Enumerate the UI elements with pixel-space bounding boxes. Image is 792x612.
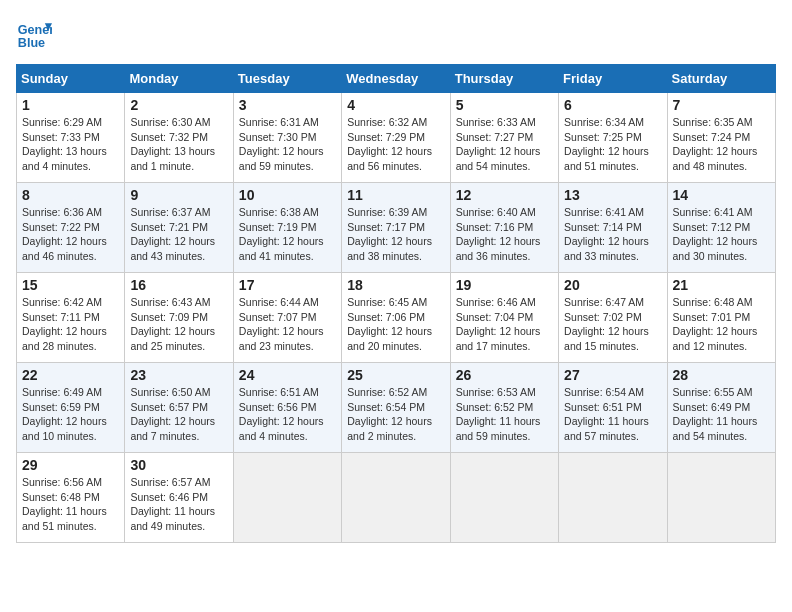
day-info: Sunrise: 6:43 AM Sunset: 7:09 PM Dayligh… (130, 295, 227, 354)
calendar-week-3: 15Sunrise: 6:42 AM Sunset: 7:11 PM Dayli… (17, 273, 776, 363)
days-header-row: SundayMondayTuesdayWednesdayThursdayFrid… (17, 65, 776, 93)
day-info: Sunrise: 6:49 AM Sunset: 6:59 PM Dayligh… (22, 385, 119, 444)
day-number: 29 (22, 457, 119, 473)
calendar-cell: 6Sunrise: 6:34 AM Sunset: 7:25 PM Daylig… (559, 93, 667, 183)
calendar-cell: 5Sunrise: 6:33 AM Sunset: 7:27 PM Daylig… (450, 93, 558, 183)
day-number: 1 (22, 97, 119, 113)
day-info: Sunrise: 6:46 AM Sunset: 7:04 PM Dayligh… (456, 295, 553, 354)
calendar-cell: 3Sunrise: 6:31 AM Sunset: 7:30 PM Daylig… (233, 93, 341, 183)
calendar-cell: 21Sunrise: 6:48 AM Sunset: 7:01 PM Dayli… (667, 273, 775, 363)
day-header-saturday: Saturday (667, 65, 775, 93)
page-header: General Blue (16, 16, 776, 52)
calendar-cell (233, 453, 341, 543)
day-info: Sunrise: 6:45 AM Sunset: 7:06 PM Dayligh… (347, 295, 444, 354)
calendar-cell: 24Sunrise: 6:51 AM Sunset: 6:56 PM Dayli… (233, 363, 341, 453)
day-number: 13 (564, 187, 661, 203)
calendar-cell: 16Sunrise: 6:43 AM Sunset: 7:09 PM Dayli… (125, 273, 233, 363)
calendar-week-4: 22Sunrise: 6:49 AM Sunset: 6:59 PM Dayli… (17, 363, 776, 453)
day-info: Sunrise: 6:31 AM Sunset: 7:30 PM Dayligh… (239, 115, 336, 174)
day-info: Sunrise: 6:44 AM Sunset: 7:07 PM Dayligh… (239, 295, 336, 354)
calendar-cell: 19Sunrise: 6:46 AM Sunset: 7:04 PM Dayli… (450, 273, 558, 363)
calendar-cell: 28Sunrise: 6:55 AM Sunset: 6:49 PM Dayli… (667, 363, 775, 453)
calendar-cell: 22Sunrise: 6:49 AM Sunset: 6:59 PM Dayli… (17, 363, 125, 453)
calendar-cell (450, 453, 558, 543)
day-number: 12 (456, 187, 553, 203)
calendar-cell: 14Sunrise: 6:41 AM Sunset: 7:12 PM Dayli… (667, 183, 775, 273)
calendar-cell: 10Sunrise: 6:38 AM Sunset: 7:19 PM Dayli… (233, 183, 341, 273)
day-number: 26 (456, 367, 553, 383)
day-number: 4 (347, 97, 444, 113)
calendar-week-5: 29Sunrise: 6:56 AM Sunset: 6:48 PM Dayli… (17, 453, 776, 543)
day-info: Sunrise: 6:39 AM Sunset: 7:17 PM Dayligh… (347, 205, 444, 264)
day-info: Sunrise: 6:51 AM Sunset: 6:56 PM Dayligh… (239, 385, 336, 444)
calendar-cell: 15Sunrise: 6:42 AM Sunset: 7:11 PM Dayli… (17, 273, 125, 363)
day-info: Sunrise: 6:42 AM Sunset: 7:11 PM Dayligh… (22, 295, 119, 354)
calendar-cell: 25Sunrise: 6:52 AM Sunset: 6:54 PM Dayli… (342, 363, 450, 453)
day-number: 16 (130, 277, 227, 293)
day-number: 6 (564, 97, 661, 113)
day-number: 30 (130, 457, 227, 473)
calendar-cell: 18Sunrise: 6:45 AM Sunset: 7:06 PM Dayli… (342, 273, 450, 363)
day-info: Sunrise: 6:50 AM Sunset: 6:57 PM Dayligh… (130, 385, 227, 444)
day-number: 5 (456, 97, 553, 113)
day-info: Sunrise: 6:47 AM Sunset: 7:02 PM Dayligh… (564, 295, 661, 354)
day-info: Sunrise: 6:37 AM Sunset: 7:21 PM Dayligh… (130, 205, 227, 264)
day-info: Sunrise: 6:57 AM Sunset: 6:46 PM Dayligh… (130, 475, 227, 534)
calendar-table: SundayMondayTuesdayWednesdayThursdayFrid… (16, 64, 776, 543)
calendar-cell: 20Sunrise: 6:47 AM Sunset: 7:02 PM Dayli… (559, 273, 667, 363)
day-info: Sunrise: 6:34 AM Sunset: 7:25 PM Dayligh… (564, 115, 661, 174)
day-header-wednesday: Wednesday (342, 65, 450, 93)
calendar-cell: 2Sunrise: 6:30 AM Sunset: 7:32 PM Daylig… (125, 93, 233, 183)
day-header-tuesday: Tuesday (233, 65, 341, 93)
day-info: Sunrise: 6:48 AM Sunset: 7:01 PM Dayligh… (673, 295, 770, 354)
day-header-friday: Friday (559, 65, 667, 93)
logo: General Blue (16, 16, 52, 52)
calendar-cell: 23Sunrise: 6:50 AM Sunset: 6:57 PM Dayli… (125, 363, 233, 453)
day-info: Sunrise: 6:30 AM Sunset: 7:32 PM Dayligh… (130, 115, 227, 174)
day-header-thursday: Thursday (450, 65, 558, 93)
day-number: 3 (239, 97, 336, 113)
calendar-cell: 12Sunrise: 6:40 AM Sunset: 7:16 PM Dayli… (450, 183, 558, 273)
logo-icon: General Blue (16, 16, 52, 52)
day-number: 8 (22, 187, 119, 203)
calendar-cell: 4Sunrise: 6:32 AM Sunset: 7:29 PM Daylig… (342, 93, 450, 183)
day-number: 25 (347, 367, 444, 383)
day-info: Sunrise: 6:38 AM Sunset: 7:19 PM Dayligh… (239, 205, 336, 264)
calendar-cell: 11Sunrise: 6:39 AM Sunset: 7:17 PM Dayli… (342, 183, 450, 273)
day-info: Sunrise: 6:29 AM Sunset: 7:33 PM Dayligh… (22, 115, 119, 174)
day-info: Sunrise: 6:52 AM Sunset: 6:54 PM Dayligh… (347, 385, 444, 444)
day-number: 27 (564, 367, 661, 383)
day-number: 7 (673, 97, 770, 113)
day-info: Sunrise: 6:55 AM Sunset: 6:49 PM Dayligh… (673, 385, 770, 444)
calendar-cell: 29Sunrise: 6:56 AM Sunset: 6:48 PM Dayli… (17, 453, 125, 543)
day-info: Sunrise: 6:41 AM Sunset: 7:12 PM Dayligh… (673, 205, 770, 264)
day-info: Sunrise: 6:32 AM Sunset: 7:29 PM Dayligh… (347, 115, 444, 174)
day-info: Sunrise: 6:54 AM Sunset: 6:51 PM Dayligh… (564, 385, 661, 444)
calendar-cell: 13Sunrise: 6:41 AM Sunset: 7:14 PM Dayli… (559, 183, 667, 273)
calendar-cell: 9Sunrise: 6:37 AM Sunset: 7:21 PM Daylig… (125, 183, 233, 273)
day-number: 21 (673, 277, 770, 293)
day-info: Sunrise: 6:36 AM Sunset: 7:22 PM Dayligh… (22, 205, 119, 264)
calendar-week-1: 1Sunrise: 6:29 AM Sunset: 7:33 PM Daylig… (17, 93, 776, 183)
day-info: Sunrise: 6:35 AM Sunset: 7:24 PM Dayligh… (673, 115, 770, 174)
calendar-cell: 1Sunrise: 6:29 AM Sunset: 7:33 PM Daylig… (17, 93, 125, 183)
day-info: Sunrise: 6:41 AM Sunset: 7:14 PM Dayligh… (564, 205, 661, 264)
calendar-cell: 17Sunrise: 6:44 AM Sunset: 7:07 PM Dayli… (233, 273, 341, 363)
calendar-cell: 30Sunrise: 6:57 AM Sunset: 6:46 PM Dayli… (125, 453, 233, 543)
day-number: 15 (22, 277, 119, 293)
day-number: 9 (130, 187, 227, 203)
day-header-sunday: Sunday (17, 65, 125, 93)
day-number: 23 (130, 367, 227, 383)
calendar-week-2: 8Sunrise: 6:36 AM Sunset: 7:22 PM Daylig… (17, 183, 776, 273)
day-number: 14 (673, 187, 770, 203)
calendar-cell (559, 453, 667, 543)
calendar-cell: 8Sunrise: 6:36 AM Sunset: 7:22 PM Daylig… (17, 183, 125, 273)
calendar-cell: 7Sunrise: 6:35 AM Sunset: 7:24 PM Daylig… (667, 93, 775, 183)
day-number: 19 (456, 277, 553, 293)
day-info: Sunrise: 6:33 AM Sunset: 7:27 PM Dayligh… (456, 115, 553, 174)
calendar-cell (667, 453, 775, 543)
day-number: 24 (239, 367, 336, 383)
calendar-cell: 27Sunrise: 6:54 AM Sunset: 6:51 PM Dayli… (559, 363, 667, 453)
calendar-cell (342, 453, 450, 543)
day-number: 10 (239, 187, 336, 203)
